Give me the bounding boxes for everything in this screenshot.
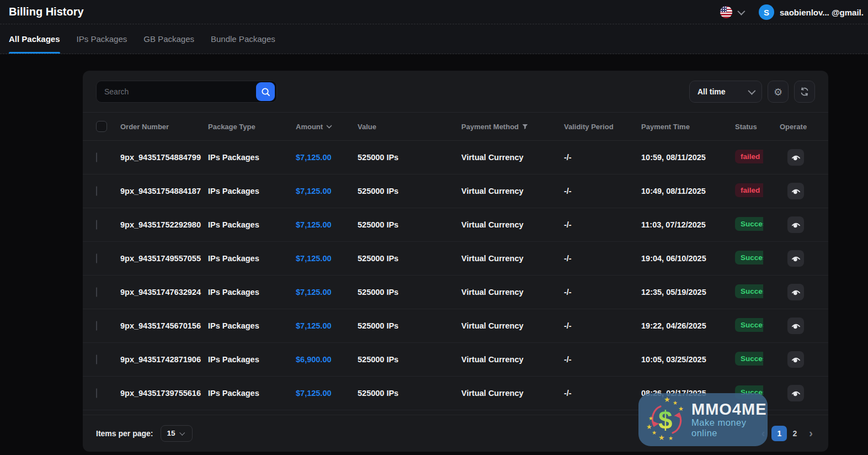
view-order-button[interactable] [787,385,804,401]
package-type: IPs Packages [208,153,296,162]
row-checkbox[interactable] [96,355,97,364]
payment-time: 11:03, 07/12/2025 [641,220,735,229]
eye-icon [791,389,801,398]
col-order-number: Order Number [120,123,208,131]
payment-time: 19:04, 06/10/2025 [641,254,735,263]
value: 525000 IPs [358,288,461,297]
star-icon: ★ [668,435,673,441]
validity-period: -/- [564,254,641,263]
sort-chevron-icon [326,125,332,129]
mmo4me-watermark: ★ ★ ★ ★ ★ ★ ★ ★ $ MMO4ME Make money onli… [638,393,768,446]
order-number: 9px_94351742871906 [120,355,208,364]
value: 525000 IPs [358,187,461,195]
col-amount[interactable]: Amount [296,123,358,131]
page-button-2[interactable]: 2 [787,426,802,441]
view-order-button[interactable] [787,216,804,233]
search-icon [261,87,270,97]
value: 525000 IPs [358,321,461,330]
table-row: 9px_94351754884187IPs Packages$7,125.005… [83,174,828,208]
payment-method: Virtual Currency [461,288,564,297]
row-checkbox[interactable] [96,287,97,297]
package-type: IPs Packages [208,187,296,195]
view-order-button[interactable] [787,250,804,267]
status-badge: Success [735,251,763,264]
table-row: 9px_94351742871906IPs Packages$6,900.005… [83,343,828,377]
col-payment-method[interactable]: Payment Method [461,123,564,131]
table-header-row: Order Number Package Type Amount Value P… [83,112,828,141]
payment-method: Virtual Currency [461,321,564,330]
payment-method: Virtual Currency [461,187,564,195]
search-button[interactable] [256,82,275,101]
value: 525000 IPs [358,355,461,364]
time-filter-select[interactable]: All time [689,81,762,103]
order-number: 9px_94351747632924 [120,288,208,297]
eye-icon [791,322,801,330]
amount: $7,125.00 [296,389,358,398]
dollar-sign: $ [658,405,673,435]
package-tabs: All PackagesIPs PackagesGB PackagesBundl… [0,24,868,54]
payment-time: 10:05, 03/25/2025 [641,355,735,364]
validity-period: -/- [564,187,641,195]
order-number: 9px_94351745670156 [120,321,208,330]
eye-icon [791,187,801,195]
language-flag-icon[interactable] [720,6,732,18]
tab-all-packages[interactable]: All Packages [9,24,60,54]
items-per-page-select[interactable]: 15 [161,425,193,442]
view-order-button[interactable] [787,284,804,300]
main-area: All time ⚙ Order Number [0,54,868,455]
mmo4me-logo: ★ ★ ★ ★ ★ ★ ★ ★ $ [645,396,688,443]
tab-bundle-packages[interactable]: Bundle Packages [211,24,275,54]
amount: $7,125.00 [296,321,358,330]
page-title: Billing History [9,6,84,18]
chevron-down-icon[interactable] [737,8,745,15]
payment-time: 12:35, 05/19/2025 [641,288,735,297]
topbar-right: S saobienlov... @gmail. [720,0,864,24]
page-button-1[interactable]: 1 [771,426,787,441]
table-row: 9px_94351747632924IPs Packages$7,125.005… [83,276,828,309]
select-all-checkbox[interactable] [96,121,107,132]
items-per-page-label: Items per page: [96,429,153,438]
status-badge: Success [735,318,763,332]
row-checkbox[interactable] [96,321,97,331]
search-input[interactable] [97,87,276,96]
status-badge: Success [735,352,763,366]
view-order-button[interactable] [787,318,804,334]
settings-button[interactable]: ⚙ [768,81,789,103]
package-type: IPs Packages [208,220,296,229]
status-badge: failed [735,150,763,163]
tab-ips-packages[interactable]: IPs Packages [77,24,127,54]
refresh-icon [800,87,810,97]
package-type: IPs Packages [208,288,296,297]
star-icon: ★ [648,415,653,421]
right-controls: All time ⚙ [689,81,815,103]
order-number: 9px_94351754884187 [120,187,208,195]
amount: $7,125.00 [296,187,358,195]
avatar[interactable]: S [759,4,774,20]
gear-icon: ⚙ [774,86,782,98]
view-order-button[interactable] [787,351,804,368]
row-checkbox[interactable] [96,388,97,398]
watermark-text: MMO4ME Make money online [691,401,767,438]
validity-period: -/- [564,153,641,162]
row-checkbox[interactable] [96,220,97,230]
amount: $7,125.00 [296,254,358,263]
tab-gb-packages[interactable]: GB Packages [143,24,194,54]
col-validity-period: Validity Period [564,123,641,131]
next-page-button[interactable]: › [807,427,815,440]
user-email[interactable]: saobienlov... @gmail. [780,8,864,17]
row-checkbox[interactable] [96,253,97,263]
payment-time: 19:22, 04/26/2025 [641,321,735,330]
row-checkbox[interactable] [96,186,97,196]
amount: $6,900.00 [296,355,358,364]
row-checkbox[interactable] [96,152,97,162]
eye-icon [791,221,801,229]
status-badge: Success [735,284,763,298]
refresh-button[interactable] [794,81,815,103]
view-order-button[interactable] [787,149,804,166]
view-order-button[interactable] [787,183,804,199]
col-payment-time: Payment Time [641,123,735,131]
validity-period: -/- [564,288,641,297]
package-type: IPs Packages [208,321,296,330]
package-type: IPs Packages [208,355,296,364]
table-controls: All time ⚙ [83,71,828,112]
